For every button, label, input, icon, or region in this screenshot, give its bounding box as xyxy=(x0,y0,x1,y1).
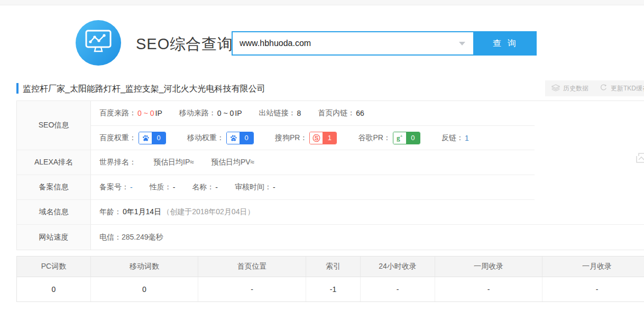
daily-pv-label: 预估日均PV≈ xyxy=(211,158,254,167)
row-label-seo-info: SEO信息 xyxy=(17,101,91,150)
refresh-icon xyxy=(600,84,608,93)
homepage-internal-links-value: 66 xyxy=(356,109,364,117)
icp-nature-value: - xyxy=(173,183,176,191)
icp-number-value[interactable]: - xyxy=(130,183,133,191)
history-dropdown-arrow-icon[interactable] xyxy=(459,42,465,45)
broken-image-icon xyxy=(636,153,644,164)
domain-info-row: 年龄： 0年1月14日 （创建于2018年02月04日） xyxy=(91,200,535,225)
mobile-weight-value: 0 xyxy=(240,132,253,144)
baidu-traffic: 百度来路： 0 ~ 0 IP xyxy=(99,108,162,118)
mobile-weight-badge[interactable]: m 0 xyxy=(226,132,254,144)
mobile-weight: 移动权重： m 0 xyxy=(187,132,254,144)
icp-review-time: 审核时间： - xyxy=(235,182,275,192)
month-included-value: - xyxy=(542,277,644,301)
site-preview-panel xyxy=(535,101,644,225)
pc-words-value: 0 xyxy=(17,277,91,301)
backlinks: 反链： 1 xyxy=(441,133,469,143)
row-label-domain-info: 域名信息 xyxy=(17,200,91,225)
row-label-icp: 备案信息 xyxy=(17,175,91,200)
url-search-input[interactable] xyxy=(233,38,459,49)
domain-age-label: 年龄： xyxy=(99,207,122,217)
google-pr: 谷歌PR： g+ 0 xyxy=(358,132,420,144)
row-label-site-speed: 网站速度 xyxy=(17,225,91,250)
sogou-pr-value: 1 xyxy=(323,132,336,144)
column-header-week-included: 一周收录 xyxy=(435,257,542,277)
svg-text:m: m xyxy=(232,138,234,141)
history-data-button[interactable]: 历史数据 xyxy=(545,80,595,96)
mobile-traffic: 移动来路： 0 ~ 0 IP xyxy=(179,108,242,118)
icp-review-time-value: - xyxy=(273,183,275,191)
seo-info-line1: 百度来路： 0 ~ 0 IP 移动来路： 0 ~ 0 IP 出站链接： 8 首页… xyxy=(91,101,535,126)
mobile-traffic-value: 0 ~ 0 xyxy=(217,109,234,117)
monitor-chart-icon xyxy=(85,29,112,57)
world-rank-label: 世界排名： xyxy=(99,158,136,167)
icp-number: 备案号： - xyxy=(99,182,133,192)
refresh-tkd-cache-label: 更新TKD缓存 xyxy=(611,84,644,93)
icp-name: 名称： - xyxy=(192,182,218,192)
icp-row: 备案号： - 性质： - 名称： - 审核时间： - xyxy=(91,175,535,200)
backlinks-value[interactable]: 1 xyxy=(465,134,469,142)
column-header-month-included: 一月收录 xyxy=(542,257,644,277)
column-header-homepage-position: 首页位置 xyxy=(198,257,306,277)
google-pr-badge[interactable]: g+ 0 xyxy=(393,132,420,144)
mobile-words-value: 0 xyxy=(91,277,198,301)
outbound-links: 出站链接： 8 xyxy=(259,108,301,118)
keyword-index-table: PC词数 移动词数 首页位置 索引 24小时收录 一周收录 一月收录 0 0 -… xyxy=(16,256,644,302)
seo-tool-logo xyxy=(76,20,121,66)
domain-created-note: （创建于2018年02月04日） xyxy=(162,207,254,217)
sogou-pr: 搜狗PR： Ⓢ 1 xyxy=(275,132,337,144)
site-title-text: 监控杆厂家_太阳能路灯杆_监控支架_河北火大光电科技有限公司 xyxy=(23,84,265,95)
alexa-row: 世界排名： 预估日均IP≈ 预估日均PV≈ xyxy=(91,150,535,175)
layers-icon xyxy=(551,84,560,93)
baidu-paw-icon xyxy=(139,132,152,144)
column-header-mobile-words: 移动词数 xyxy=(91,257,198,277)
site-speed-value: 电信：285.249毫秒 xyxy=(99,233,163,242)
page-title: SEO综合查询 xyxy=(136,34,233,55)
baidu-weight: 百度权重： 0 xyxy=(99,132,166,144)
baidu-traffic-value: 0 ~ 0 xyxy=(137,109,154,117)
sogou-s-icon: Ⓢ xyxy=(310,132,323,144)
column-header-pc-words: PC词数 xyxy=(17,257,91,277)
baidu-mobile-paw-icon: m xyxy=(227,132,240,144)
history-data-label: 历史数据 xyxy=(563,84,588,93)
homepage-internal-links: 首页内链： 66 xyxy=(318,108,364,118)
baidu-weight-badge[interactable]: 0 xyxy=(139,132,166,144)
column-header-24h-included: 24小时收录 xyxy=(361,257,435,277)
title-accent-bar xyxy=(16,83,19,94)
refresh-tkd-cache-button[interactable]: 更新TKD缓存 xyxy=(593,80,644,96)
google-pr-value: 0 xyxy=(406,132,420,144)
daily-ip-label: 预估日均IP≈ xyxy=(153,158,194,167)
google-plus-icon: g+ xyxy=(393,132,406,144)
column-header-index: 索引 xyxy=(306,257,361,277)
query-button[interactable]: 查 询 xyxy=(474,31,537,56)
icp-nature: 性质： - xyxy=(150,182,176,192)
search-box xyxy=(232,31,474,56)
icp-name-value: - xyxy=(215,183,218,191)
row-label-alexa: ALEXA排名 xyxy=(17,150,91,175)
homepage-position-value: - xyxy=(198,277,306,301)
site-speed-row: 电信：285.249毫秒 xyxy=(91,225,644,250)
outbound-links-value: 8 xyxy=(297,109,301,117)
sogou-pr-badge[interactable]: Ⓢ 1 xyxy=(309,132,337,144)
domain-age-value: 0年1月14日 xyxy=(123,207,161,217)
seo-info-table: SEO信息 百度来路： 0 ~ 0 IP 移动来路： 0 ~ 0 IP 出站链接… xyxy=(16,100,644,250)
24h-included-value: - xyxy=(361,277,435,301)
week-included-value: - xyxy=(435,277,542,301)
top-strip xyxy=(0,0,644,5)
baidu-weight-value: 0 xyxy=(152,132,165,144)
index-value: -1 xyxy=(306,277,361,301)
seo-info-line2: 百度权重： 0 移动权重： xyxy=(91,126,535,150)
